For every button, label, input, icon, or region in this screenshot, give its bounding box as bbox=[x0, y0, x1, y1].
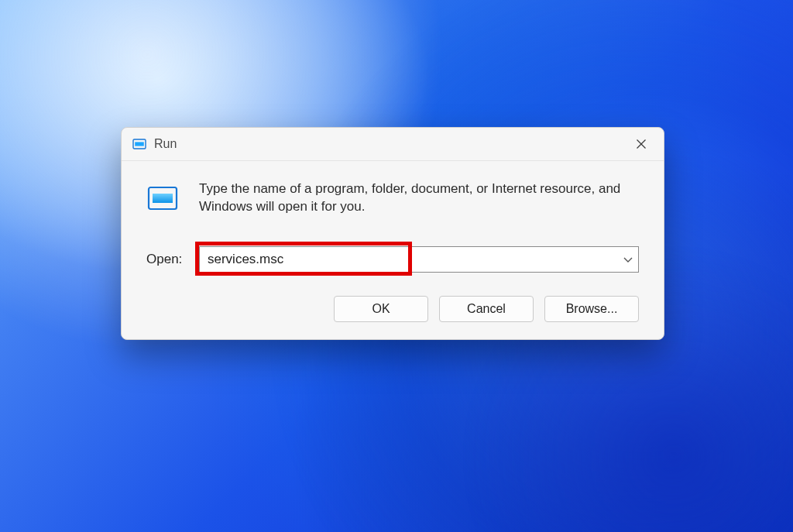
run-dialog-icon bbox=[146, 183, 179, 217]
browse-button[interactable]: Browse... bbox=[544, 296, 639, 322]
open-input[interactable] bbox=[199, 246, 639, 273]
svg-rect-6 bbox=[153, 194, 173, 203]
dialog-title: Run bbox=[154, 137, 628, 151]
titlebar[interactable]: Run bbox=[122, 128, 664, 161]
run-titlebar-icon bbox=[132, 138, 146, 150]
ok-button[interactable]: OK bbox=[334, 296, 428, 322]
run-dialog: Run bbox=[121, 127, 664, 340]
dialog-buttons: OK Cancel Browse... bbox=[122, 273, 664, 339]
open-label: Open: bbox=[146, 252, 199, 267]
open-combobox[interactable] bbox=[199, 246, 639, 273]
svg-rect-1 bbox=[135, 142, 144, 146]
instruction-text: Type the name of a program, folder, docu… bbox=[199, 180, 639, 216]
close-icon bbox=[636, 139, 647, 149]
close-button[interactable] bbox=[628, 134, 654, 154]
cancel-button[interactable]: Cancel bbox=[439, 296, 534, 322]
